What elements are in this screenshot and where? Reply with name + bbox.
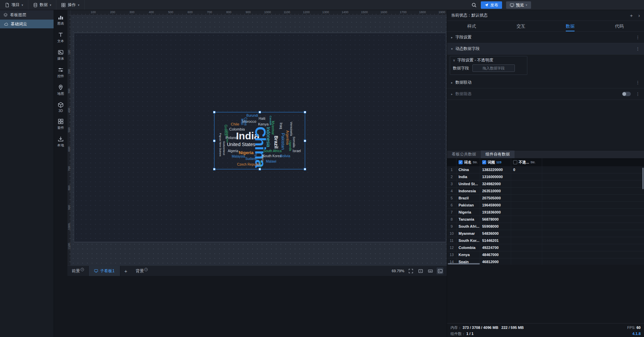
tab-data[interactable]: 数据: [546, 21, 595, 31]
more-options-icon[interactable]: ⋮: [636, 80, 640, 85]
screen-size-icon[interactable]: [417, 268, 424, 274]
console-icon[interactable]: [437, 268, 443, 274]
tab-style[interactable]: 样式: [447, 21, 496, 31]
section-data-filter[interactable]: ▸ 数据筛选 ⋮: [447, 88, 644, 100]
zoom-level: 69.79%: [392, 269, 404, 273]
menu-operations[interactable]: 操作 ▾: [56, 0, 85, 10]
column-checkbox-checked-icon[interactable]: ✓: [482, 160, 486, 164]
row-number-column-header: [447, 158, 457, 166]
more-options-icon[interactable]: ⋮: [636, 91, 640, 96]
table-row[interactable]: 5Brazil207505000: [447, 195, 644, 202]
toolbox-label: 本地: [57, 143, 64, 148]
opacity-group-header[interactable]: ∨字段设置 - 不透明度: [450, 56, 527, 64]
table-cell: Pakistan: [457, 202, 480, 208]
fps-label: FPS:: [627, 326, 635, 330]
add-foreground-icon[interactable]: +: [81, 268, 84, 271]
data-field-dropzone[interactable]: 拖入数据字段: [472, 64, 515, 72]
vertical-scrollbar[interactable]: [642, 168, 644, 189]
section-dynamic-data-fields[interactable]: ▾ 动态数据字段 ⋮: [447, 43, 644, 55]
more-options-icon[interactable]: ⋮: [636, 46, 640, 51]
table-cell: 48467000: [480, 251, 511, 258]
topbar: 项目 ▾ 数据 ▾ 操作 ▾ 发布 预览 ▾: [0, 0, 644, 10]
add-background-icon[interactable]: +: [144, 268, 148, 271]
cube-icon: [58, 102, 64, 108]
data-filter-toggle[interactable]: [622, 92, 631, 96]
fit-screen-icon[interactable]: [407, 268, 414, 274]
horizontal-scrollbar[interactable]: [448, 263, 480, 264]
toolbox-label: 文本: [57, 39, 64, 44]
h-ruler: 1002003004005006007008009001000110012001…: [71, 10, 447, 15]
ruler-row: 1002003004005006007008009001000110012001…: [67, 10, 447, 15]
selection-handle-n[interactable]: [259, 111, 261, 113]
table-row[interactable]: 4Indonesia263510000: [447, 188, 644, 195]
table-cell: 12: [447, 244, 457, 251]
subboard-tab-label: 子看板1: [100, 268, 115, 274]
add-board-button[interactable]: +: [120, 268, 131, 274]
toolbox-item-kits[interactable]: 套件: [54, 117, 67, 132]
add-state-icon[interactable]: ＋: [629, 13, 634, 18]
chevron-right-icon[interactable]: ›: [638, 13, 640, 18]
toolbox-item-charts[interactable]: 图表: [54, 13, 67, 27]
more-options-icon[interactable]: ⋮: [636, 35, 640, 40]
menu-project[interactable]: 项目 ▾: [0, 0, 28, 10]
table-cell: [511, 202, 542, 208]
layers-panel-title: 看板图层: [10, 12, 26, 18]
chevron-down-icon: ▾: [22, 3, 23, 7]
table-row[interactable]: 2India1316000000: [447, 173, 644, 180]
wordcloud[interactable]: BurundiHaitiMoroccoKenyaChileMaliCubaGre…: [214, 112, 305, 169]
table-cell: [511, 230, 542, 237]
selection-handle-sw[interactable]: [213, 168, 215, 170]
selection-handle-s[interactable]: [259, 168, 261, 170]
selection-handle-se[interactable]: [304, 168, 306, 170]
background-button[interactable]: 背景 +: [131, 266, 152, 276]
menu-data[interactable]: 数据 ▾: [28, 0, 57, 10]
search-icon[interactable]: [471, 2, 477, 8]
table-row[interactable]: 7Nigeria191836000: [447, 209, 644, 216]
column-checkbox-checked-icon[interactable]: ✓: [459, 160, 463, 164]
selection-handle-e[interactable]: [304, 140, 306, 142]
table-row[interactable]: 10Myanmar54836000: [447, 230, 644, 237]
toolbox-item-3d[interactable]: 3D: [54, 101, 67, 114]
layers-panel-header: 看板图层: [0, 10, 54, 20]
foreground-button[interactable]: 前景 +: [67, 266, 88, 276]
data-field-label: 数据字段: [453, 65, 469, 71]
table-row[interactable]: 13Kenya48467000: [447, 251, 644, 258]
selection-handle-w[interactable]: [213, 140, 215, 142]
section-label: 字段设置: [456, 34, 636, 40]
table-row[interactable]: 6Pakistan196459000: [447, 202, 644, 209]
column-label: 不透...: [519, 160, 529, 165]
preview-button[interactable]: 预览 ▾: [506, 1, 531, 9]
canvas[interactable]: BurundiHaitiMoroccoKenyaChileMaliCubaGre…: [71, 15, 447, 265]
section-data-linkage[interactable]: ▸ 数据联动 ⋮: [447, 77, 644, 88]
table-row[interactable]: 11South Kor...51446201: [447, 237, 644, 244]
toolbox-item-text[interactable]: 文本: [54, 30, 67, 45]
publish-button[interactable]: 发布: [481, 1, 502, 9]
table-row[interactable]: 1China13832200000: [447, 166, 644, 173]
tab-component-data[interactable]: 组件自有数据: [481, 150, 515, 158]
section-field-settings[interactable]: ▸ 字段设置 ⋮: [447, 32, 644, 43]
table-row[interactable]: 8Tanzania56878000: [447, 216, 644, 223]
column-label: 词频: [488, 160, 495, 165]
chevron-down-icon: ▾: [50, 3, 52, 7]
selection-box[interactable]: BurundiHaitiMoroccoKenyaChileMaliCubaGre…: [214, 112, 305, 169]
selection-handle-nw[interactable]: [213, 111, 215, 113]
table-row[interactable]: 12Colombia49224700: [447, 244, 644, 251]
column-checkbox-unchecked-icon[interactable]: ✓: [513, 160, 517, 164]
table-cell: 191836000: [480, 209, 511, 216]
selection-handle-ne[interactable]: [304, 111, 306, 113]
keyboard-shortcuts-icon[interactable]: [427, 268, 434, 274]
layer-item-wordcloud[interactable]: 基础词云: [0, 20, 54, 28]
toolbox-item-map[interactable]: 地图: [54, 83, 67, 97]
toolbox-item-media[interactable]: 媒体: [54, 48, 67, 62]
tab-public-data[interactable]: 看板公共数据: [447, 150, 481, 158]
table-cell: [511, 237, 542, 244]
toggle-knob: [622, 92, 626, 96]
table-row[interactable]: 9South Afri...55908000: [447, 223, 644, 230]
v-ruler-label: 700: [67, 166, 71, 171]
tab-subboard-1[interactable]: 子看板1: [88, 266, 120, 276]
toolbox-item-local[interactable]: 本地: [54, 135, 67, 149]
toolbox-item-widgets[interactable]: 控件: [54, 65, 67, 80]
table-row[interactable]: 3United St...324982000: [447, 180, 644, 188]
tab-code[interactable]: 代码: [595, 21, 644, 31]
tab-interaction[interactable]: 交互: [496, 21, 546, 31]
